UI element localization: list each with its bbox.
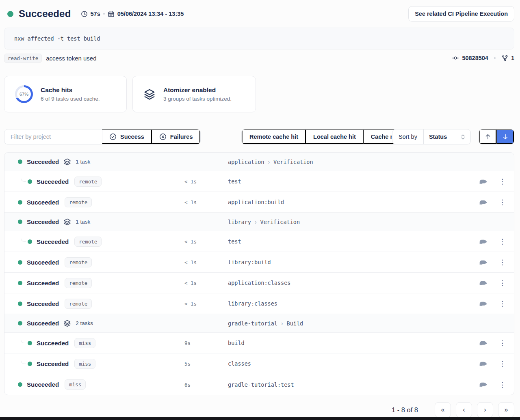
layers-icon xyxy=(63,319,71,327)
run-date-range: 05/06/2024 13:34 - 13:35 xyxy=(108,11,184,17)
commit-icon xyxy=(452,55,459,61)
kebab-menu-icon[interactable]: ⋮ xyxy=(499,360,506,367)
gradle-elephant-icon[interactable] xyxy=(479,300,488,307)
task-name: build xyxy=(228,340,245,346)
cache-hits-card: 67% Cache hits 6 of 9 tasks used cache. xyxy=(4,76,127,112)
row-status: Succeeded xyxy=(37,238,69,245)
commit-hash[interactable]: 50828504 xyxy=(462,55,488,61)
pagination-label: 1 - 8 of 8 xyxy=(392,406,418,414)
kebab-menu-icon[interactable]: ⋮ xyxy=(499,238,506,245)
chevron-right-icon: › xyxy=(268,159,270,165)
check-circle-icon xyxy=(109,133,117,140)
row-status: Succeeded xyxy=(27,381,59,388)
task-name: application:classes xyxy=(228,280,290,286)
cache-status-badge: remote xyxy=(74,177,102,187)
prev-page-button[interactable]: ‹ xyxy=(456,402,472,418)
task-group-row[interactable]: Succeeded2 tasks gradle-tutorial›Build xyxy=(4,314,514,333)
atomizer-card: Atomizer enabled 3 groups of tasks optim… xyxy=(132,76,256,112)
gradle-elephant-icon[interactable] xyxy=(479,238,488,245)
commit-meta: 50828504 1 xyxy=(452,55,514,62)
success-filter-label: Success xyxy=(120,134,144,140)
group-name: Verification xyxy=(260,219,300,225)
page-header: Succeeded 57s 05/06/2024 13:34 - 13:35 S… xyxy=(7,6,514,22)
chevron-right-icon: › xyxy=(281,320,283,327)
tree-elbow xyxy=(21,332,26,343)
status-dot-icon xyxy=(18,382,22,387)
task-path: gradle-tutorial›Build xyxy=(228,320,303,327)
row-status: Succeeded xyxy=(27,280,59,286)
tree-elbow xyxy=(21,230,26,242)
next-page-button[interactable]: › xyxy=(477,402,493,418)
sort-value: Status xyxy=(429,134,447,140)
gradle-elephant-icon[interactable] xyxy=(479,360,488,367)
task-row[interactable]: Succeededremote < 1s test ⋮ xyxy=(4,171,514,192)
kebab-menu-icon[interactable]: ⋮ xyxy=(499,259,506,266)
bottom-bar xyxy=(0,417,520,420)
status-dot-icon xyxy=(18,281,22,285)
related-pipeline-button[interactable]: See related CI Pipeline Execution xyxy=(408,6,514,22)
task-name: application:build xyxy=(228,199,284,205)
task-row[interactable]: Succeededremote < 1s application:classes… xyxy=(4,273,514,293)
kebab-menu-icon[interactable]: ⋮ xyxy=(499,178,506,185)
gradle-elephant-icon[interactable] xyxy=(479,381,488,388)
status-dot-icon xyxy=(18,200,22,205)
sort-select[interactable]: Status xyxy=(424,129,470,144)
task-name: classes xyxy=(228,360,251,367)
task-row[interactable]: Succeededmiss 9s build ⋮ xyxy=(4,333,514,353)
arrow-up-icon xyxy=(485,134,491,140)
filter-group: Success Failures xyxy=(4,129,201,144)
row-status: Succeeded xyxy=(27,218,59,225)
task-row[interactable]: Succeededmiss 5s classes ⋮ xyxy=(4,353,514,374)
row-status: Succeeded xyxy=(27,259,59,266)
kebab-menu-icon[interactable]: ⋮ xyxy=(499,300,506,307)
sort-descending-button[interactable] xyxy=(496,129,514,144)
task-duration: 9s xyxy=(184,340,191,346)
branch-icon xyxy=(501,55,508,62)
task-row[interactable]: Succeededmiss 6s gradle-tutorial:test ⋮ xyxy=(4,374,514,395)
cache-status-badge: remote xyxy=(65,299,92,309)
sort-group: Sort by Status xyxy=(392,129,471,144)
task-name: test xyxy=(228,238,241,245)
success-filter-button[interactable]: Success xyxy=(102,129,152,144)
task-group-row[interactable]: Succeeded1 task application›Verification xyxy=(4,153,514,171)
access-token-badge: read-write xyxy=(4,54,42,63)
kebab-menu-icon[interactable]: ⋮ xyxy=(499,340,506,347)
local-cache-hit-button[interactable]: Local cache hit xyxy=(306,129,364,144)
project-name: application xyxy=(228,159,264,165)
last-page-button[interactable]: » xyxy=(498,402,514,418)
kebab-menu-icon[interactable]: ⋮ xyxy=(499,381,506,388)
failures-filter-button[interactable]: Failures xyxy=(152,129,201,144)
status-dot-icon xyxy=(7,11,13,17)
first-page-button[interactable]: « xyxy=(435,402,451,418)
cache-status-badge: miss xyxy=(74,359,95,369)
remote-cache-hit-button[interactable]: Remote cache hit xyxy=(242,129,306,144)
task-row[interactable]: Succeededremote < 1s test ⋮ xyxy=(4,231,514,252)
task-name: library:classes xyxy=(228,300,277,307)
task-duration: < 1s xyxy=(184,280,197,286)
clock-icon xyxy=(81,11,88,17)
status-dot-icon xyxy=(28,341,32,345)
card-subtitle: 3 groups of tasks optimized. xyxy=(163,96,232,102)
task-row[interactable]: Succeededremote < 1s application:build ⋮ xyxy=(4,192,514,213)
project-filter-input[interactable] xyxy=(4,129,102,144)
cache-status-badge: miss xyxy=(65,379,86,390)
card-subtitle: 6 of 9 tasks used cache. xyxy=(41,96,100,102)
gradle-elephant-icon[interactable] xyxy=(479,178,488,185)
gradle-elephant-icon[interactable] xyxy=(479,199,488,205)
project-name: library xyxy=(228,219,251,225)
task-duration: 5s xyxy=(184,361,191,367)
gradle-elephant-icon[interactable] xyxy=(479,259,488,265)
gradle-elephant-icon[interactable] xyxy=(479,340,488,346)
sort-ascending-button[interactable] xyxy=(479,129,496,144)
cache-hit-percent: 67% xyxy=(15,85,33,103)
task-row[interactable]: Succeededremote < 1s library:classes ⋮ xyxy=(4,293,514,314)
branch-count[interactable]: 1 xyxy=(511,55,514,61)
kebab-menu-icon[interactable]: ⋮ xyxy=(499,199,506,206)
kebab-menu-icon[interactable]: ⋮ xyxy=(499,280,506,286)
row-status: Succeeded xyxy=(37,340,69,347)
gradle-elephant-icon[interactable] xyxy=(479,280,488,286)
sort-by-label: Sort by xyxy=(392,129,424,144)
task-row[interactable]: Succeededremote < 1s library:build ⋮ xyxy=(4,252,514,273)
card-title: Cache hits xyxy=(41,86,100,94)
task-group-row[interactable]: Succeeded1 task library›Verification xyxy=(4,213,514,231)
